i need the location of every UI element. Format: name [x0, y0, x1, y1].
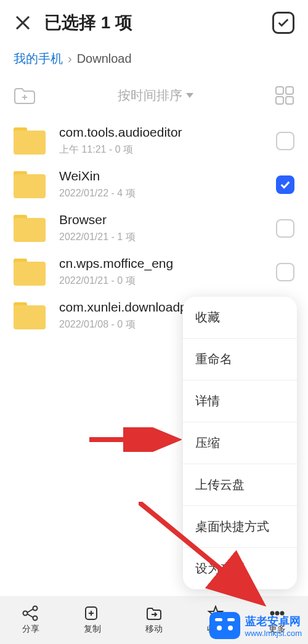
folder-icon: [14, 259, 46, 286]
svg-rect-3: [286, 97, 293, 104]
file-meta: 上午 11:21 - 0 项: [59, 143, 262, 156]
arrow-annotation: [89, 427, 182, 452]
folder-icon: [14, 171, 46, 198]
copy-icon: [83, 605, 102, 621]
menu-item[interactable]: 收藏: [183, 297, 297, 339]
close-icon[interactable]: [14, 14, 32, 32]
file-meta: 2022/01/22 - 4 项: [59, 187, 262, 200]
svg-point-7: [33, 606, 38, 611]
chevron-right-icon: ›: [68, 52, 72, 66]
checkbox[interactable]: [276, 132, 294, 150]
watermark: 蓝老安卓网 www.lmkjst.com: [209, 612, 302, 639]
file-item[interactable]: Browser2022/01/21 - 1 项: [0, 206, 308, 250]
menu-item[interactable]: 上传云盘: [183, 464, 297, 506]
header-title: 已选择 1 项: [44, 11, 260, 34]
move-button[interactable]: 移动: [123, 605, 185, 635]
svg-point-8: [33, 616, 38, 621]
menu-item[interactable]: 桌面快捷方式: [183, 506, 297, 548]
checkbox[interactable]: [276, 219, 294, 238]
menu-item[interactable]: 设为来源: [183, 548, 297, 589]
breadcrumb-root[interactable]: 我的手机: [14, 50, 63, 67]
file-name: cn.wps.moffice_eng: [59, 256, 262, 271]
file-meta: 2022/01/21 - 0 项: [59, 275, 262, 288]
menu-item[interactable]: 压缩: [183, 422, 297, 464]
share-button[interactable]: 分享: [0, 605, 62, 635]
file-name: Browser: [59, 212, 262, 227]
breadcrumb-current: Download: [77, 52, 132, 66]
file-name: com.tools.audioeditor: [59, 125, 262, 140]
file-meta: 2022/01/21 - 1 项: [59, 231, 262, 244]
folder-icon: [14, 302, 46, 329]
copy-button[interactable]: 复制: [62, 605, 123, 635]
watermark-logo: [209, 612, 240, 639]
share-icon: [22, 605, 40, 621]
file-item[interactable]: cn.wps.moffice_eng2022/01/21 - 0 项: [0, 250, 308, 294]
grid-view-icon[interactable]: [275, 86, 294, 105]
new-folder-icon[interactable]: [14, 86, 36, 105]
svg-rect-1: [286, 87, 293, 94]
folder-icon: [14, 215, 46, 242]
breadcrumb: 我的手机 › Download: [0, 46, 308, 77]
svg-point-6: [23, 611, 28, 616]
menu-item[interactable]: 详情: [183, 380, 297, 422]
svg-rect-2: [276, 97, 283, 104]
folder-icon: [14, 127, 46, 155]
file-item[interactable]: com.tools.audioeditor上午 11:21 - 0 项: [0, 119, 308, 163]
chevron-down-icon: [186, 93, 193, 98]
sort-button[interactable]: 按时间排序: [118, 87, 193, 104]
svg-rect-0: [276, 87, 283, 94]
file-item[interactable]: WeiXin2022/01/22 - 4 项: [0, 163, 308, 206]
checkbox[interactable]: [276, 175, 294, 194]
select-all-button[interactable]: [272, 12, 294, 34]
file-name: WeiXin: [59, 169, 262, 183]
move-icon: [145, 605, 163, 621]
menu-item[interactable]: 重命名: [183, 339, 297, 380]
checkbox[interactable]: [276, 263, 294, 281]
context-menu: 收藏重命名详情压缩上传云盘桌面快捷方式设为来源: [183, 297, 297, 589]
